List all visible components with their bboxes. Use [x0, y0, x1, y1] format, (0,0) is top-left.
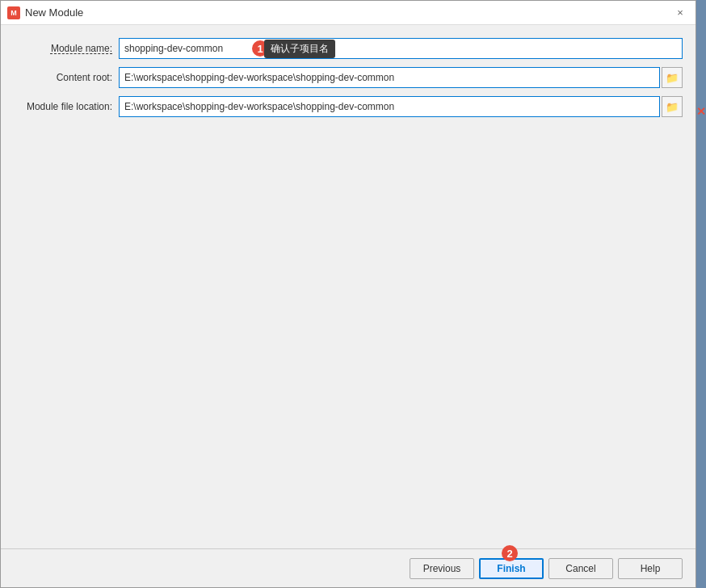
step-badge-2: 2 — [502, 545, 518, 561]
module-file-row: Module file location: 📁 — [14, 96, 683, 117]
dialog-icon: M — [7, 6, 20, 19]
title-bar: M New Module × — [1, 1, 695, 25]
previous-button[interactable]: Previous — [410, 558, 474, 579]
dialog-title: New Module — [25, 6, 83, 19]
module-file-browse-button[interactable]: 📁 — [662, 96, 683, 117]
content-root-input-wrapper: 📁 — [119, 67, 683, 88]
module-name-label: Module name: — [14, 43, 119, 54]
dialog-content: Module name: 1 确认子项目名 Content root: 📁 — [1, 25, 695, 548]
content-root-input[interactable] — [119, 67, 660, 88]
folder-icon-2: 📁 — [666, 101, 679, 113]
content-root-label: Content root: — [14, 72, 119, 83]
module-file-label: Module file location: — [14, 101, 119, 112]
content-root-row: Content root: 📁 — [14, 67, 683, 88]
module-file-input-wrapper: 📁 — [119, 96, 683, 117]
content-root-browse-button[interactable]: 📁 — [662, 67, 683, 88]
module-name-input[interactable] — [119, 38, 683, 59]
folder-icon: 📁 — [666, 72, 679, 84]
module-file-input[interactable] — [119, 96, 660, 117]
step-badge-1: 1 — [252, 40, 268, 57]
module-name-input-wrapper — [119, 38, 683, 59]
dialog-footer: 2 完成 Previous Finish Cancel Help — [1, 548, 695, 587]
close-button[interactable]: × — [671, 4, 689, 22]
right-edge: ✕ — [696, 0, 706, 588]
help-button[interactable]: Help — [618, 558, 683, 579]
cancel-button[interactable]: Cancel — [548, 558, 613, 579]
module-name-row: Module name: 1 确认子项目名 — [14, 38, 683, 59]
right-edge-icon: ✕ — [696, 105, 706, 118]
